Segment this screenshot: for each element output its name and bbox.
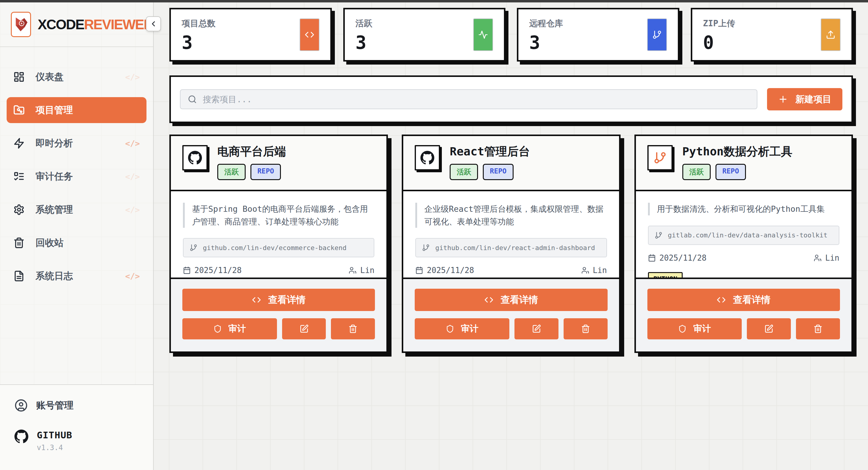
new-project-button[interactable]: 新建项目: [767, 88, 842, 110]
project-owner: Lin: [349, 266, 374, 275]
owner-text: Lin: [825, 254, 839, 262]
search-input[interactable]: [203, 94, 749, 105]
sidebar-item-label: 即时分析: [36, 137, 73, 150]
sidebar-header: XCODEREVIEWER: [0, 2, 153, 47]
sidebar-item-label: 项目管理: [36, 104, 73, 116]
github-info: GITHUB v1.3.4: [14, 430, 138, 452]
edit-button[interactable]: [747, 318, 791, 340]
date-text: 2025/11/28: [659, 254, 707, 262]
project-title: React管理后台: [450, 145, 530, 158]
shield-icon: [446, 325, 454, 333]
calendar-icon: [415, 266, 423, 274]
search-icon: [188, 95, 197, 104]
repo-url-text: github.com/lin-dev/ecommerce-backend: [203, 244, 347, 252]
gear-icon: [13, 204, 25, 215]
sidebar-item-system-admin[interactable]: 系统管理 </>: [7, 197, 147, 223]
dashboard-grid-icon: [13, 71, 25, 83]
brand-wordmark: XCODEREVIEWER: [38, 16, 153, 33]
code-watermark: </>: [125, 172, 140, 181]
sidebar-item-projects[interactable]: 项目管理: [7, 97, 147, 123]
sidebar-item-label: 仪表盘: [36, 70, 64, 83]
sidebar-item-recycle-bin[interactable]: 回收站: [7, 230, 147, 256]
delete-button[interactable]: [796, 318, 840, 340]
stat-value: 0: [703, 33, 735, 52]
project-title: Python数据分析工具: [682, 145, 792, 158]
project-card-footer: 查看详情 审计: [171, 277, 386, 351]
delete-button[interactable]: [564, 318, 608, 340]
stat-value: 3: [529, 33, 563, 52]
view-details-label: 查看详情: [733, 294, 770, 306]
stat-card-zip-uploads: ZIP上传 0: [691, 8, 853, 62]
code-watermark: </>: [125, 139, 140, 148]
project-date: 2025/11/28: [415, 266, 474, 275]
project-card-header: React管理后台 活跃 REPO: [403, 136, 619, 191]
project-card-react-admin: React管理后台 活跃 REPO 企业级React管理后台模板，集成权限管理、…: [402, 135, 620, 353]
project-card-python-toolkit: Python数据分析工具 活跃 REPO 用于数据清洗、分析和可视化的Pytho…: [634, 135, 853, 353]
sidebar-item-audit-tasks[interactable]: 审计任务 </>: [7, 164, 147, 189]
audit-label: 审计: [693, 323, 711, 335]
stat-label: ZIP上传: [703, 18, 735, 29]
code-watermark: </>: [125, 271, 140, 281]
upload-icon: [821, 19, 841, 51]
date-text: 2025/11/28: [427, 266, 474, 275]
project-owner: Lin: [581, 266, 607, 275]
audit-button[interactable]: 审计: [415, 318, 509, 340]
edit-button[interactable]: [515, 318, 558, 340]
github-label: GITHUB: [37, 430, 72, 440]
sidebar-collapse-button[interactable]: [146, 16, 161, 31]
project-card-header: 电商平台后端 活跃 REPO: [171, 136, 386, 191]
status-badge: 活跃: [450, 164, 478, 180]
repo-badge: REPO: [250, 164, 281, 180]
edit-icon: [764, 324, 773, 333]
git-branch-icon: [422, 244, 430, 252]
delete-button[interactable]: [331, 318, 375, 340]
shield-icon: [678, 325, 687, 333]
stats-row: 项目总数 3 活跃 3 远程仓库 3: [169, 8, 853, 62]
shield-icon: [213, 325, 222, 333]
stat-card-remote-repos: 远程仓库 3: [517, 8, 679, 62]
repo-url: github.com/lin-dev/react-admin-dashboard: [415, 238, 607, 257]
search-box: [180, 89, 757, 109]
repo-badge: REPO: [483, 164, 513, 180]
github-icon: [14, 430, 28, 443]
code-watermark: </>: [125, 205, 140, 214]
git-branch-icon: [647, 19, 667, 51]
stat-value: 3: [182, 33, 216, 52]
code-icon: [484, 295, 493, 304]
users-icon: [581, 266, 589, 274]
repo-url-text: github.com/lin-dev/react-admin-dashboard: [435, 244, 595, 252]
project-title: 电商平台后端: [217, 145, 286, 158]
project-description: 用于数据清洗、分析和可视化的Python工具集: [648, 203, 839, 215]
project-card-body: 基于Spring Boot的电商平台后端服务，包含用户管理、商品管理、订单处理等…: [171, 191, 386, 277]
project-date: 2025/11/28: [183, 266, 242, 275]
tag-list: PYTHON: [648, 272, 839, 277]
edit-button[interactable]: [282, 318, 326, 340]
view-details-button[interactable]: 查看详情: [182, 289, 375, 311]
view-details-button[interactable]: 查看详情: [647, 289, 840, 311]
code-watermark: </>: [125, 72, 140, 82]
fox-logo-icon: [13, 16, 30, 33]
sidebar-item-label: 系统日志: [36, 270, 73, 282]
owner-text: Lin: [593, 266, 607, 275]
view-details-button[interactable]: 查看详情: [415, 289, 607, 311]
audit-button[interactable]: 审计: [182, 318, 277, 340]
search-panel: 新建项目: [169, 76, 853, 123]
sidebar: XCODEREVIEWER 仪表盘 </> 项目管理: [0, 2, 154, 470]
project-date: 2025/11/28: [648, 254, 707, 262]
app-logo: [11, 12, 31, 37]
owner-text: Lin: [360, 266, 374, 275]
sidebar-item-system-logs[interactable]: 系统日志 </>: [7, 263, 147, 289]
project-card-header: Python数据分析工具 活跃 REPO: [636, 136, 851, 191]
sidebar-item-account[interactable]: 账号管理: [14, 399, 138, 412]
sidebar-item-dashboard[interactable]: 仪表盘 </>: [7, 64, 147, 90]
sidebar-item-instant-analysis[interactable]: 即时分析 </>: [7, 130, 147, 156]
user-circle-icon: [14, 399, 28, 412]
audit-button[interactable]: 审计: [647, 318, 742, 340]
stat-card-active: 活跃 3: [343, 8, 506, 62]
calendar-icon: [183, 266, 191, 274]
stat-card-total-projects: 项目总数 3: [169, 8, 332, 62]
audit-label: 审计: [228, 323, 246, 335]
git-branch-icon: [655, 231, 662, 239]
repo-url: gitlab.com/lin-dev/data-analysis-toolkit: [648, 226, 839, 245]
project-card-footer: 查看详情 审计: [636, 277, 851, 351]
